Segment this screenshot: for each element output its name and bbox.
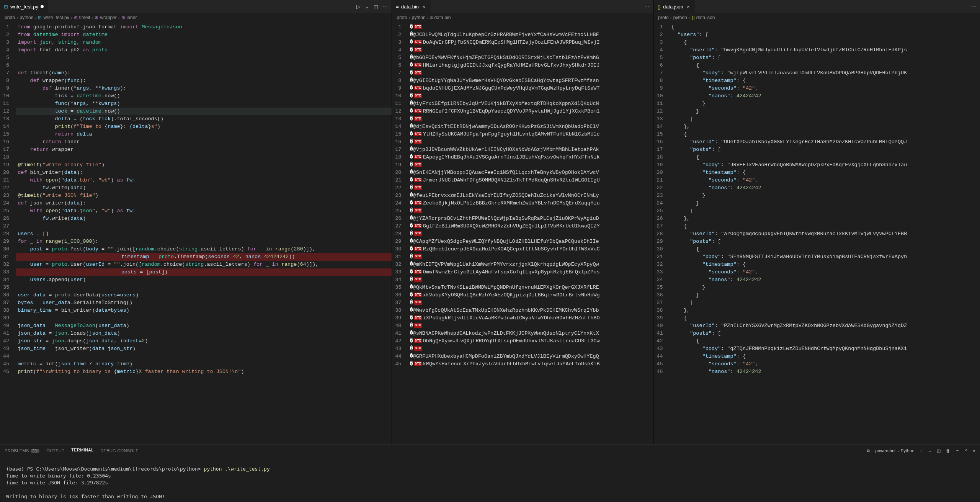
gutter: 1234567891011121314151617181920212223242… [653,22,670,445]
json-file-icon: {} [692,15,695,20]
function-icon: ⊕ [74,15,78,20]
terminal-output-line: Writing to binary is 14X faster than wri… [6,494,165,499]
breadcrumb-seg: ⊕ timeit [74,15,90,20]
tab-label: data.bin [401,4,419,10]
tab-bar-pane3: {} data.json × ⋯ [653,0,980,13]
close-panel-icon[interactable]: × [973,448,975,453]
breadcrumb-seg: python [20,15,33,20]
gutter: 1234567891011121314151617181920212223242… [392,22,408,445]
problems-badge: 11 [31,449,40,453]
tab-label: data.json [663,4,683,10]
panel-tab-terminal[interactable]: TERMINAL [71,448,93,454]
panel-tab-problems[interactable]: PROBLEMS11 [5,448,39,453]
tab-label: write_test.py [10,4,38,10]
breadcrumb-seg: ⊞ write_test.py [38,15,69,20]
binary-file-icon: ≡ [430,15,433,20]
breadcrumb-pane3[interactable]: proto› python› {} data.json [653,13,980,22]
terminal-prompt: (base) PS C:\Users\Moose\Documents\mediu… [6,466,201,472]
terminal-shell-icon: ⧉ [867,448,870,453]
json-file-icon: {} [657,4,661,10]
gutter: 1234567891011121314151617181920212223242… [0,22,16,445]
tab-bar-pane2: ≡ data.bin × ⋯ [392,0,653,13]
python-file-icon: ⊞ [4,4,8,10]
breadcrumb-pane2[interactable]: proto› python› ≡ data.bin [392,13,653,22]
breadcrumb-pane1[interactable]: proto› python› ⊞ write_test.py› ⊕ timeit… [0,13,392,22]
code-editor-pane3[interactable]: 1234567891011121314151617181920212223242… [653,22,980,445]
more-actions-icon[interactable]: ⋯ [383,4,388,10]
terminal-command: python .\write_test.py [204,466,270,472]
python-file-icon: ⊞ [38,15,42,20]
tab-bar-pane1: ⊞ write_test.py ▷ ⌄ ◫ ⋯ [0,0,392,13]
terminal-output-line: Time to write binary file: 0.23504s [6,473,111,479]
tab-data-json[interactable]: {} data.json × [653,0,695,13]
terminal-output-line: Time to write JSON file: 3.297822s [6,480,108,486]
function-icon: ⊕ [95,15,98,20]
maximize-panel-icon[interactable]: ^ [965,448,967,453]
modified-dot-icon [41,5,44,8]
function-icon: ⊕ [121,15,125,20]
code-editor-pane2[interactable]: 1234567891011121314151617181920212223242… [392,22,653,445]
more-actions-icon[interactable]: ⋯ [956,448,960,453]
split-terminal-icon[interactable]: ◫ [937,448,941,453]
run-dropdown-icon[interactable]: ⌄ [365,4,369,10]
breadcrumb-seg: ⊕ wrapper [95,15,116,20]
terminal-body[interactable]: (base) PS C:\Users\Moose\Documents\mediu… [0,456,980,502]
new-terminal-icon[interactable]: + [920,448,923,453]
run-icon[interactable]: ▷ [356,4,360,10]
panel-tab-output[interactable]: OUTPUT [46,448,64,453]
binary-file-icon: ≡ [396,4,399,10]
panel-tab-debug[interactable]: DEBUG CONSOLE [100,448,139,453]
close-icon[interactable]: × [421,4,426,10]
terminal-shell-label[interactable]: powershell - Python [875,448,915,453]
breadcrumb-seg: ⊕ inner [121,15,137,20]
tab-write-test[interactable]: ⊞ write_test.py [0,0,48,13]
bottom-panel: PROBLEMS11 OUTPUT TERMINAL DEBUG CONSOLE… [0,445,980,502]
close-icon[interactable]: × [686,4,691,10]
more-actions-icon[interactable]: ⋯ [644,4,649,10]
tab-data-bin[interactable]: ≡ data.bin × [392,0,431,13]
split-editor-icon[interactable]: ◫ [374,4,378,10]
breadcrumb-seg: proto [5,15,15,20]
more-actions-icon[interactable]: ⋯ [971,4,976,10]
code-editor-pane1[interactable]: 1234567891011121314151617181920212223242… [0,22,392,445]
terminal-dropdown-icon[interactable]: ⌄ [928,448,931,453]
kill-terminal-icon[interactable]: 🗑 [946,448,950,453]
